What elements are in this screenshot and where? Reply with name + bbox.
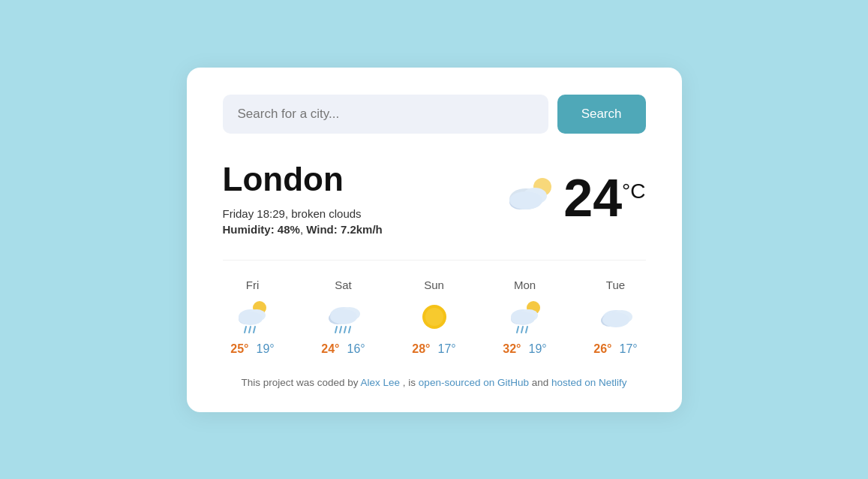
current-right: 24°C xyxy=(503,172,645,224)
svg-line-10 xyxy=(245,327,246,333)
search-button[interactable]: Search xyxy=(557,95,646,134)
forecast-fri-temps: 25° 19° xyxy=(230,342,274,356)
humidity-label: Humidity: xyxy=(223,223,275,236)
wind-value: 7.2km/h xyxy=(341,223,383,236)
forecast-tue-label: Tue xyxy=(606,279,625,291)
svg-point-9 xyxy=(239,312,263,325)
forecast-tue-icon xyxy=(597,297,635,336)
svg-line-19 xyxy=(344,327,346,333)
svg-point-22 xyxy=(425,308,443,326)
svg-line-28 xyxy=(517,327,518,333)
footer-netlify-link[interactable]: hosted on Netlify xyxy=(551,377,627,388)
forecast-fri-label: Fri xyxy=(246,279,260,291)
forecast-sat-temps: 24° 16° xyxy=(321,342,365,356)
current-temperature: 24°C xyxy=(563,172,645,224)
search-row: London Search xyxy=(223,95,646,134)
forecast-sat: Sat 24° 16° xyxy=(314,279,374,356)
humidity-value: 48% xyxy=(278,223,300,236)
forecast-sun: Sun 28° 17° xyxy=(404,279,464,356)
forecast-mon-icon xyxy=(506,297,544,336)
svg-line-20 xyxy=(349,327,350,333)
svg-point-27 xyxy=(511,312,535,325)
weather-details: Humidity: 48%, Wind: 7.2km/h xyxy=(223,223,383,236)
forecast-tue-temps: 26° 17° xyxy=(593,342,637,356)
weather-card: London Search London Friday 18:29, broke… xyxy=(187,68,682,412)
current-weather-icon xyxy=(503,173,557,223)
forecast-fri: Fri 25° 19° xyxy=(223,279,283,356)
footer-text-between2: and xyxy=(532,377,551,388)
forecast-sat-label: Sat xyxy=(335,279,352,291)
forecast-sat-icon xyxy=(325,297,362,336)
city-name: London xyxy=(223,161,383,198)
wind-label: Wind: xyxy=(306,223,338,236)
svg-line-17 xyxy=(335,327,337,333)
svg-point-4 xyxy=(509,191,542,209)
forecast-tue: Tue 26° 17° xyxy=(586,279,646,356)
svg-line-11 xyxy=(249,327,251,333)
svg-line-12 xyxy=(254,327,255,333)
forecast-mon: Mon 32° 19° xyxy=(495,279,555,356)
svg-line-29 xyxy=(521,327,523,333)
svg-point-34 xyxy=(602,312,629,327)
forecast-mon-label: Mon xyxy=(514,279,536,291)
footer-text-before: This project was coded by xyxy=(241,377,360,388)
forecast-mon-temps: 32° 19° xyxy=(503,342,546,356)
forecast-sun-icon xyxy=(416,297,453,336)
forecast-row: Fri 25° 19° xyxy=(223,260,646,356)
current-weather: London Friday 18:29, broken clouds Humid… xyxy=(223,161,646,236)
forecast-fri-icon xyxy=(234,297,272,336)
footer-alex-lee-link[interactable]: Alex Lee xyxy=(361,377,401,388)
svg-line-18 xyxy=(340,327,341,333)
footer: This project was coded by Alex Lee , is … xyxy=(223,377,646,388)
forecast-sun-label: Sun xyxy=(424,279,444,291)
svg-line-30 xyxy=(526,327,527,333)
current-left: London Friday 18:29, broken clouds Humid… xyxy=(223,161,383,236)
footer-github-link[interactable]: open-sourced on GitHub xyxy=(419,377,529,388)
search-input[interactable]: London xyxy=(223,95,548,134)
weather-description: Friday 18:29, broken clouds xyxy=(223,207,383,220)
svg-point-16 xyxy=(330,309,357,324)
forecast-sun-temps: 28° 17° xyxy=(412,342,455,356)
footer-text-between1: , is xyxy=(403,377,419,388)
